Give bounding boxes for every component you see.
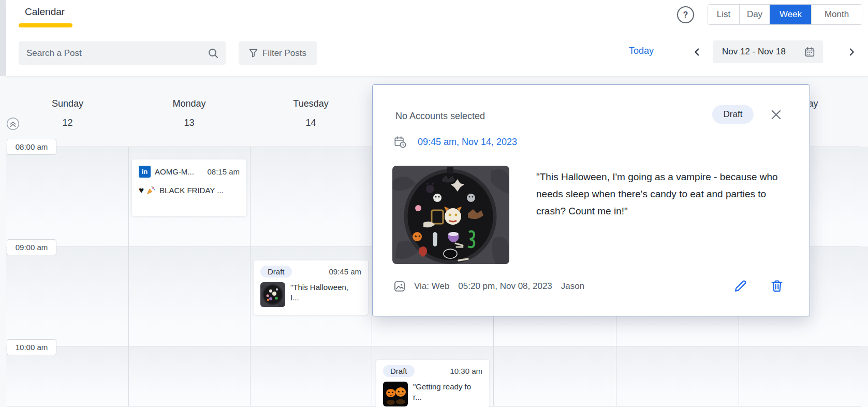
pencil-icon (733, 279, 748, 293)
event-text-line1: "Getting ready fo (413, 382, 471, 392)
help-button[interactable]: ? (677, 6, 694, 23)
event-header-row: Draft 10:30 am (383, 365, 482, 377)
left-edge-strip (0, 0, 6, 76)
tab-day-view[interactable]: Day (739, 5, 770, 24)
chevron-double-up-icon (6, 117, 20, 130)
day-name: Sunday (7, 98, 128, 109)
time-text: 08:00 am (16, 142, 48, 151)
day-date: 14 (250, 118, 372, 128)
event-header-row: Draft 09:45 am (260, 266, 361, 278)
view-switcher: List Day Week Month (708, 4, 862, 25)
grid-hline-10am (7, 346, 861, 346)
delete-button[interactable] (769, 278, 785, 294)
black-heart-emoji: ♥ (139, 186, 144, 195)
day-date: 12 (7, 118, 128, 128)
event-text: "This Halloween, I... (290, 282, 348, 303)
header-bar: Calendar ? List Day Week Month Filter Po… (6, 0, 868, 76)
day-header-sunday: Sunday 12 (7, 98, 128, 140)
tab-week-view[interactable]: Week (770, 5, 811, 24)
filter-posts-button[interactable]: Filter Posts (239, 41, 317, 65)
event-header-row: in AOMG-M... 08:15 am (139, 166, 240, 178)
created-time: 05:20 pm, Nov 08, 2023 (458, 281, 552, 292)
event-text-row: ♥ BLACK FRIDAY ... (139, 185, 240, 195)
edit-button[interactable] (733, 278, 748, 294)
schedule-row[interactable]: 09:45 am, Nov 14, 2023 (394, 136, 517, 149)
next-week-button[interactable] (845, 45, 858, 59)
time-text: 10:00 am (16, 343, 48, 352)
event-body-row: "Getting ready fo r... (383, 382, 482, 406)
draft-badge: Draft (260, 266, 292, 278)
tab-list-view[interactable]: List (708, 5, 739, 24)
day-header-monday: Monday 13 (128, 98, 250, 140)
pin-board-thumbnail-image (260, 282, 285, 307)
event-time: 08:15 am (207, 167, 240, 176)
time-text: 09:00 am (16, 243, 48, 252)
title-underline (19, 23, 72, 27)
via-label: Via: Web (414, 281, 449, 292)
event-card-draft-tuesday[interactable]: Draft 09:45 am " (254, 260, 368, 315)
pin-board-image (392, 166, 509, 264)
time-label-9am: 09:00 am (7, 239, 56, 255)
event-account: AOMG-M... (155, 167, 194, 176)
search-box (19, 41, 226, 65)
grid-vline (128, 147, 129, 406)
trash-icon (770, 279, 784, 293)
close-button[interactable] (768, 107, 784, 122)
popup-footer: Via: Web 05:20 pm, Nov 08, 2023 Jason (394, 279, 584, 294)
today-link[interactable]: Today (629, 46, 654, 56)
pumpkins-thumbnail-image (383, 382, 408, 406)
tab-month-view[interactable]: Month (811, 5, 862, 24)
filter-posts-label: Filter Posts (262, 48, 306, 59)
party-popper-icon (146, 185, 156, 195)
close-icon (770, 108, 783, 121)
search-icon (208, 48, 219, 59)
event-text-line2: r... (413, 392, 471, 402)
grid-vline (250, 147, 251, 406)
calendar-clock-icon (394, 136, 407, 149)
time-label-8am: 08:00 am (7, 139, 56, 155)
question-mark-icon: ? (683, 10, 688, 20)
event-time: 10:30 am (450, 367, 482, 375)
post-message: "This Halloween, I'm going as a vampire … (536, 168, 778, 220)
date-range-picker[interactable]: Nov 12 - Nov 18 (713, 40, 823, 63)
post-popup: No Accounts selected Draft 09:45 am, Nov… (372, 84, 810, 316)
prev-week-button[interactable] (690, 45, 703, 59)
post-image (392, 166, 509, 264)
chevron-right-icon (847, 48, 856, 56)
event-text-line1: "This Halloween, (290, 282, 348, 293)
image-type-icon (394, 281, 405, 292)
day-name: Monday (128, 98, 250, 109)
event-text: BLACK FRIDAY ... (159, 186, 224, 195)
popup-draft-badge: Draft (712, 105, 754, 124)
day-name: Tuesday (250, 98, 372, 109)
event-text: "Getting ready fo r... (413, 382, 471, 402)
event-thumbnail (383, 382, 408, 406)
popup-header-text: No Accounts selected (395, 111, 485, 122)
event-card-linkedin[interactable]: in AOMG-M... 08:15 am ♥ BLACK FRIDAY ... (132, 159, 246, 216)
page-title: Calendar (25, 6, 65, 18)
day-date: 13 (128, 118, 250, 128)
event-body-row: "This Halloween, I... (260, 282, 361, 307)
collapse-rows-button[interactable] (6, 117, 20, 130)
event-thumbnail (260, 282, 285, 307)
draft-badge: Draft (383, 365, 415, 377)
scheduled-time-link[interactable]: 09:45 am, Nov 14, 2023 (418, 137, 517, 148)
day-header-tuesday: Tuesday 14 (250, 98, 372, 140)
calendar-icon (804, 47, 815, 57)
event-card-draft-wednesday[interactable]: Draft 10:30 am " (376, 360, 489, 407)
search-input[interactable] (19, 48, 208, 59)
chevron-left-icon (693, 48, 701, 56)
filter-icon (249, 49, 258, 57)
event-text-line2: I... (290, 293, 348, 303)
linkedin-icon: in (139, 166, 151, 178)
event-time: 09:45 am (329, 267, 361, 276)
date-range-label: Nov 12 - Nov 18 (713, 47, 804, 57)
app-root: Sunday 12 Monday 13 Tuesday 14 Wednesday… (0, 0, 868, 407)
author-name: Jason (561, 281, 584, 292)
time-label-10am: 10:00 am (7, 339, 56, 355)
